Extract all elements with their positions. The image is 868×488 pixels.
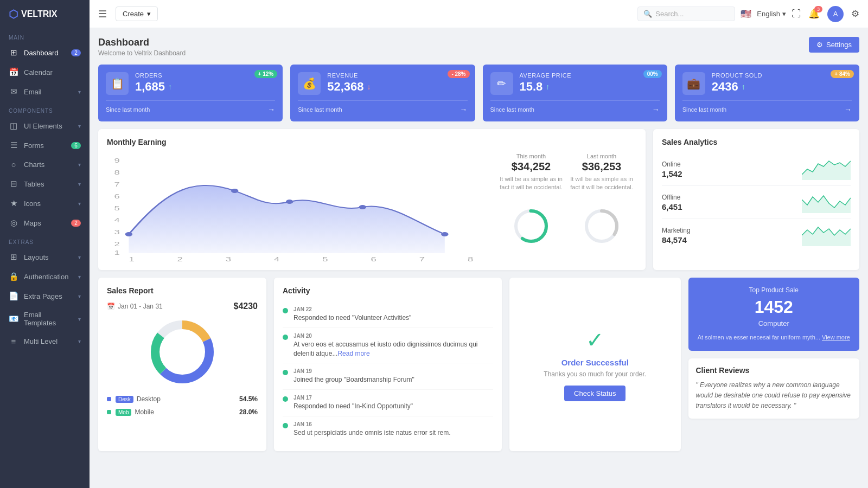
- this-month-desc: It will be as simple as in fact it will …: [496, 175, 566, 192]
- mobile-dot: [107, 410, 111, 414]
- sa-offline-label: Offline: [662, 194, 682, 201]
- avg-price-trend-icon: ↑: [546, 82, 550, 91]
- notifications-button[interactable]: 🔔 3: [808, 8, 820, 20]
- product-sold-value: 2436: [712, 80, 738, 94]
- calendar-icon: 📅: [107, 303, 115, 310]
- avg-price-footer: Since last month: [490, 106, 534, 113]
- sidebar-item-calendar[interactable]: 📅 Calendar: [0, 62, 90, 82]
- language-selector[interactable]: English ▾: [757, 10, 786, 18]
- language-label: English: [757, 10, 780, 18]
- activity-dot: [283, 423, 288, 428]
- activity-date: JAN 19: [293, 368, 493, 374]
- date-range: 📅 Jan 01 - Jan 31: [107, 303, 163, 310]
- settings-button[interactable]: ⚙ Settings: [809, 37, 859, 53]
- sidebar-logo: ⬡ VELTRIX: [0, 0, 90, 28]
- tables-icon: ⊟: [9, 179, 18, 189]
- orders-trend-icon: ↑: [168, 82, 172, 91]
- product-sold-arrow-icon[interactable]: →: [844, 105, 852, 114]
- sidebar-item-email-templates[interactable]: 📧 Email Templates ▾: [0, 306, 90, 332]
- hamburger-icon[interactable]: ☰: [98, 8, 107, 20]
- chevron-down-icon: ▾: [78, 316, 81, 322]
- sales-total: $4230: [234, 301, 258, 311]
- chevron-down-icon: ▾: [78, 89, 81, 95]
- layouts-icon: ⊞: [9, 252, 18, 262]
- sidebar-item-charts[interactable]: ○ Charts ▾: [0, 155, 90, 174]
- sidebar-item-ui-elements[interactable]: ◫ UI Elements ▾: [0, 116, 90, 136]
- sidebar-item-maps[interactable]: ◎ Maps 2: [0, 213, 90, 233]
- activity-date: JAN 20: [293, 333, 493, 339]
- mobile-tag: Mob: [116, 409, 131, 416]
- sidebar-item-extra-pages[interactable]: 📄 Extra Pages ▾: [0, 286, 90, 306]
- svg-text:8: 8: [468, 256, 473, 261]
- sidebar-item-authentication[interactable]: 🔒 Authentication ▾: [0, 267, 90, 286]
- sidebar-item-tables[interactable]: ⊟ Tables ▾: [0, 174, 90, 194]
- svg-text:2: 2: [177, 256, 183, 261]
- product-sold-footer: Since last month: [682, 106, 726, 113]
- sa-marketing-value: 84,574: [662, 235, 691, 245]
- multi-level-icon: ≡: [9, 337, 18, 346]
- settings-label: Settings: [826, 41, 852, 49]
- page-title-group: Dashboard Welcome to Veltrix Dashboard: [98, 37, 186, 57]
- create-button[interactable]: Create ▾: [116, 7, 158, 21]
- sidebar-item-label: Tables: [24, 180, 73, 188]
- user-avatar[interactable]: A: [827, 6, 844, 22]
- svg-text:2: 2: [114, 241, 119, 247]
- activity-text: At vero eos et accusamus et iusto odio d…: [293, 340, 493, 358]
- forms-icon: ☰: [9, 140, 18, 150]
- svg-text:1: 1: [114, 249, 119, 256]
- desktop-tag: Desk: [116, 396, 133, 403]
- auth-icon: 🔒: [9, 272, 18, 281]
- activity-item-0: JAN 22 Responded to need "Volunteer Acti…: [283, 301, 493, 328]
- svg-text:3: 3: [114, 229, 119, 235]
- svg-text:7: 7: [419, 256, 425, 261]
- activity-list: JAN 22 Responded to need "Volunteer Acti…: [283, 301, 493, 442]
- chevron-down-icon: ▾: [78, 254, 81, 260]
- search-input[interactable]: [655, 10, 731, 18]
- this-month-stat: This month $34,252 It will be as simple …: [496, 153, 566, 192]
- top-product-desc: At solmen va esser necesai far uniform m…: [698, 333, 850, 342]
- revenue-arrow-icon[interactable]: →: [460, 105, 468, 114]
- check-status-button[interactable]: Check Status: [564, 386, 626, 401]
- this-month-value: $34,252: [496, 160, 566, 173]
- sidebar-item-layouts[interactable]: ⊞ Layouts ▾: [0, 247, 90, 267]
- svg-text:9: 9: [114, 157, 119, 164]
- activity-card: Activity JAN 22 Responded to need "Volun…: [274, 278, 502, 451]
- search-bar: 🔍: [637, 7, 735, 21]
- maps-icon: ◎: [9, 218, 18, 228]
- settings-icon[interactable]: ⚙: [851, 8, 859, 20]
- sidebar-item-dashboard[interactable]: ⊞ Dashboard 2: [0, 43, 90, 62]
- read-more-link[interactable]: Read more: [337, 350, 369, 357]
- page-subtitle: Welcome to Veltrix Dashboard: [98, 49, 186, 57]
- svg-point-18: [231, 189, 238, 193]
- order-title: Order Successful: [561, 358, 629, 367]
- sidebar-item-email[interactable]: ✉ Email ▾: [0, 82, 90, 101]
- orders-arrow-icon[interactable]: →: [267, 105, 275, 114]
- sidebar-item-label: Calendar: [24, 68, 81, 76]
- page-content: Dashboard Welcome to Veltrix Dashboard ⚙…: [90, 28, 868, 488]
- client-reviews-card: Client Reviews " Everyone realizes why a…: [688, 358, 860, 419]
- notification-badge: 3: [814, 6, 822, 12]
- earning-stats: This month $34,252 It will be as simple …: [496, 153, 637, 261]
- sidebar-item-label: Authentication: [24, 273, 73, 281]
- activity-text: Joined the group "Boardsmanship Forum": [293, 375, 493, 384]
- dropdown-arrow-icon: ▾: [147, 10, 151, 18]
- view-more-link[interactable]: View more: [822, 334, 850, 341]
- sidebar-item-forms[interactable]: ☰ Forms 6: [0, 136, 90, 155]
- create-label: Create: [123, 10, 144, 18]
- sidebar-item-multi-level[interactable]: ≡ Multi Level ▾: [0, 332, 90, 351]
- logo-text: VELTRIX: [21, 9, 57, 19]
- avg-price-arrow-icon[interactable]: →: [652, 105, 660, 114]
- sidebar-item-icons[interactable]: ★ Icons ▾: [0, 194, 90, 213]
- legend-mobile: Mob Mobile 28.0%: [107, 406, 258, 419]
- activity-item-4: JAN 16 Sed ut perspiciatis unde omnis is…: [283, 416, 493, 442]
- this-month-label: This month: [496, 153, 566, 159]
- stat-card-orders: + 12% 📋 ORDERS 1,685 ↑ Since last month …: [98, 65, 283, 121]
- fullscreen-button[interactable]: ⛶: [792, 9, 801, 20]
- dashboard-icon: ⊞: [9, 48, 18, 57]
- sales-legend: Desk Desktop 54.5% Mob Mobile: [107, 393, 258, 419]
- right-column: Top Product Sale 1452 Computer At solmen…: [688, 278, 860, 451]
- page-title: Dashboard: [98, 37, 186, 48]
- revenue-trend-icon: ↓: [367, 82, 371, 91]
- last-month-value: $36,253: [566, 160, 637, 173]
- activity-text: Sed ut perspiciatis unde omnis iste natu…: [293, 428, 493, 438]
